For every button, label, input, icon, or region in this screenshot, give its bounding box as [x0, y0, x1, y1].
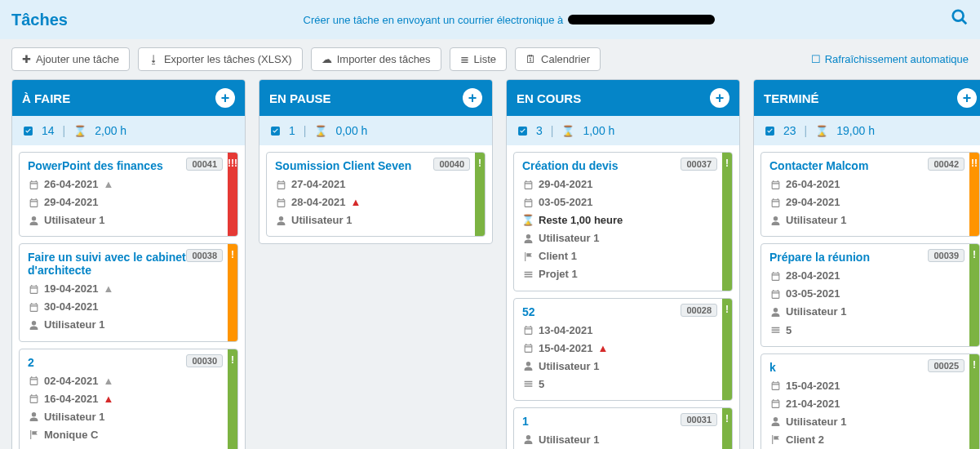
alert-icon: ▲: [104, 390, 114, 408]
auto-refresh-toggle[interactable]: ☐ Rafraîchissement automatique: [811, 53, 969, 65]
card-row: 13-04-2021: [522, 322, 714, 340]
card-row-text: 5: [44, 444, 50, 449]
svg-point-0: [953, 11, 964, 21]
check-icon: [22, 126, 33, 136]
card-row-text: 28-04-2021: [291, 193, 346, 211]
user-icon: [28, 216, 39, 226]
card-row: Client 2: [769, 431, 961, 449]
hourglass-icon: ⌛: [314, 125, 327, 137]
calendar-view-button[interactable]: 🗓Calendrier: [515, 47, 601, 71]
cal-icon: [275, 198, 286, 208]
task-card[interactable]: 52 13-04-2021 15-04-2021 ▲ Utilisateur 1…: [513, 298, 733, 401]
card-row: 28-04-2021: [769, 267, 961, 285]
task-card[interactable]: k 15-04-2021 21-04-2021 Utilisateur 1 Cl…: [760, 353, 980, 449]
priority-stripe: !!: [969, 153, 979, 236]
card-row: 15-04-2021: [769, 377, 961, 395]
task-card[interactable]: Prépare la réunion 28-04-2021 03-05-2021…: [760, 243, 980, 346]
card-row-text: Utilisateur 1: [44, 408, 104, 426]
priority-stripe: !: [228, 349, 237, 449]
card-row-text: 26-04-2021: [786, 176, 840, 193]
column: EN COURS + 3 | ⌛ 1,00 h Création du devi…: [506, 79, 740, 449]
page-header: Tâches Créer une tâche en envoyant un co…: [0, 0, 980, 39]
add-task-button[interactable]: ✚Ajouter une tâche: [11, 47, 130, 71]
warning-icon: ▲: [104, 176, 114, 193]
card-id: 00040: [433, 158, 470, 171]
check-icon: [269, 126, 281, 136]
card-row-text: Utilisateur 1: [786, 413, 846, 431]
card-row-text: Utilisateur 1: [44, 316, 104, 334]
card-row: 5: [28, 444, 220, 449]
card-id: 00042: [928, 158, 964, 171]
export-tasks-button[interactable]: ⭳Exporter les tâches (XLSX): [138, 47, 303, 71]
cal-icon: [28, 180, 39, 190]
user-icon: [522, 361, 534, 371]
task-card[interactable]: Création du devis 29-04-2021 03-05-2021 …: [513, 152, 733, 291]
priority-stripe: !: [722, 408, 732, 449]
user-icon: [769, 307, 781, 318]
card-row-text: Projet 1: [539, 265, 578, 283]
cal-icon: [522, 343, 534, 353]
priority-stripe: !: [969, 354, 979, 449]
card-row: 02-04-2021 ▲: [28, 372, 220, 390]
add-card-button[interactable]: +: [710, 88, 729, 108]
task-card[interactable]: 1 Utilisateur 1 Client 1 00031 !: [513, 407, 733, 449]
cal-icon: [769, 180, 781, 190]
search-icon[interactable]: [951, 8, 969, 31]
page-title: Tâches: [11, 11, 68, 29]
redacted-email: [568, 15, 715, 24]
task-card[interactable]: Soumission Client Seven 27-04-2021 28-04…: [266, 152, 486, 237]
alert-icon: ▲: [598, 340, 609, 358]
card-row-text: Client 2: [786, 431, 824, 449]
card-row-text: 13-04-2021: [539, 322, 593, 340]
user-icon: [28, 320, 39, 331]
add-card-button[interactable]: +: [463, 88, 482, 108]
card-row: 19-04-2021 ▲: [28, 280, 220, 298]
column-hours: 1,00 h: [583, 124, 614, 137]
warning-icon: ▲: [104, 372, 114, 390]
card-row: 29-04-2021: [769, 193, 961, 211]
column-count: 23: [783, 124, 796, 137]
add-card-button[interactable]: +: [957, 88, 977, 108]
card-row-text: 15-04-2021: [786, 377, 840, 395]
priority-stripe: !: [475, 153, 485, 236]
card-row: 5: [522, 376, 714, 393]
priority-stripe: !!!: [228, 153, 237, 236]
card-row-text: 29-04-2021: [786, 193, 840, 211]
page-subtitle: Créer une tâche en envoyant un courrier …: [304, 14, 716, 26]
svg-line-1: [962, 20, 967, 24]
card-row: Utilisateur 1: [28, 211, 220, 229]
list-view-button[interactable]: ≣Liste: [450, 47, 507, 71]
card-row-text: 21-04-2021: [786, 395, 840, 413]
card-row-text: Reste 1,00 heure: [539, 211, 623, 229]
column-stats: 3 | ⌛ 1,00 h: [507, 116, 739, 145]
task-card[interactable]: Contacter Malcom 26-04-2021 29-04-2021 U…: [760, 152, 980, 237]
card-row: 26-04-2021 ▲: [28, 176, 220, 193]
column-title: EN COURS: [517, 91, 581, 105]
flag-icon: [522, 251, 534, 262]
task-card[interactable]: 2 02-04-2021 ▲ 16-04-2021 ▲ Utilisateur …: [19, 349, 238, 449]
card-row-text: 15-04-2021: [539, 340, 593, 358]
card-row: 03-05-2021: [522, 193, 714, 211]
column-title: EN PAUSE: [269, 91, 331, 105]
card-row: 27-04-2021: [275, 176, 467, 193]
card-row: 16-04-2021 ▲: [28, 390, 220, 408]
column-header: EN PAUSE +: [259, 80, 492, 116]
check-icon: [517, 126, 528, 136]
card-row: Monique C: [28, 426, 220, 444]
add-card-button[interactable]: +: [215, 88, 235, 108]
card-row: 29-04-2021: [522, 176, 714, 193]
bars-icon: [769, 325, 781, 336]
task-card[interactable]: PowerPoint des finances 26-04-2021 ▲ 29-…: [19, 152, 238, 237]
column-count: 3: [536, 124, 543, 137]
card-row: 21-04-2021: [769, 395, 961, 413]
card-row: Utilisateur 1: [769, 303, 961, 321]
user-icon: [769, 216, 781, 226]
flag-icon: [769, 434, 781, 445]
card-row: 29-04-2021: [28, 193, 220, 211]
card-row-text: Utilisateur 1: [539, 358, 599, 376]
import-tasks-button[interactable]: ☁Importer des tâches: [311, 47, 441, 71]
task-card[interactable]: Faire un suivi avec le cabinet d'archite…: [19, 243, 238, 341]
card-row-text: 16-04-2021: [44, 390, 99, 408]
column-title: À FAIRE: [22, 91, 70, 105]
plus-icon: ✚: [22, 53, 31, 65]
